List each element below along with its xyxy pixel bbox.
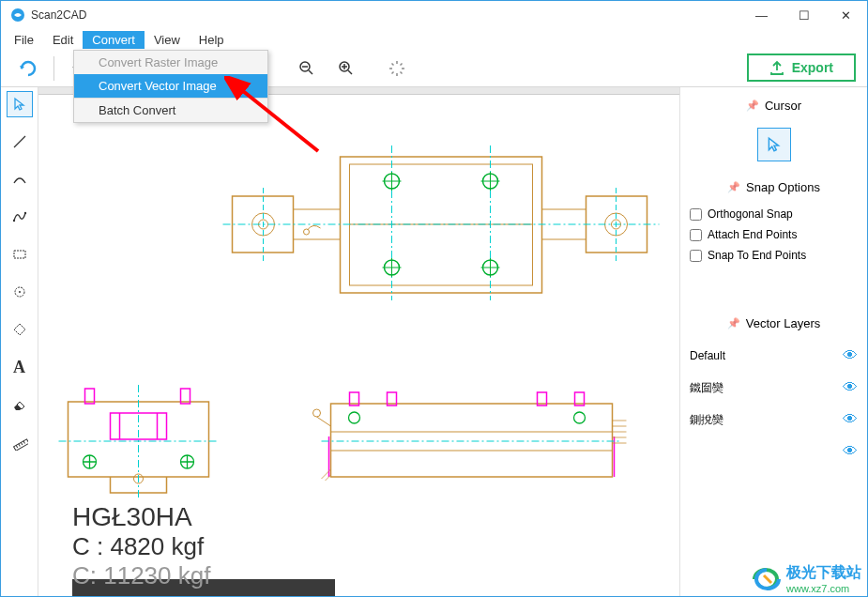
snap-attach-end[interactable]: Attach End Points [690, 224, 858, 245]
drawing-text: HGŁ30HA C : 4820 kgf C: 11230 kgf [72, 502, 210, 590]
svg-line-5 [348, 70, 352, 74]
tool-palette: A [1, 87, 38, 596]
arc-tool[interactable] [7, 166, 33, 192]
part-number: HGŁ30HA [72, 502, 210, 532]
menu-file[interactable]: File [5, 31, 43, 49]
layer-name: 鐵囼奱 [690, 380, 723, 396]
svg-line-2 [309, 70, 312, 74]
pin-icon: 📌 [727, 181, 740, 193]
svg-point-18 [12, 220, 14, 222]
svg-point-56 [304, 229, 310, 235]
svg-line-15 [401, 63, 403, 65]
svg-line-70 [326, 475, 331, 481]
zoom-out-icon[interactable] [291, 53, 323, 84]
convert-dropdown: Convert Raster Image Convert Vector Imag… [73, 50, 268, 123]
menu-view[interactable]: View [145, 31, 190, 49]
export-icon [769, 60, 784, 75]
watermark: 极光下载站 www.xz7.com [751, 563, 861, 594]
svg-point-22 [19, 291, 21, 293]
eye-icon[interactable]: 👁 [843, 347, 858, 364]
right-panel: 📌 Cursor 📌 Snap Options Orthogonal Snap … [679, 87, 867, 596]
zoom-in-icon[interactable] [330, 53, 362, 84]
layer-row[interactable]: 鍘挩奱👁 [690, 404, 858, 436]
watermark-name: 极光下载站 [786, 563, 861, 583]
svg-line-14 [392, 71, 394, 73]
close-button[interactable]: ✕ [825, 1, 867, 29]
rectangle-tool[interactable] [7, 241, 33, 268]
svg-line-27 [23, 441, 24, 444]
export-label: Export [792, 60, 833, 75]
menu-help[interactable]: Help [190, 31, 234, 49]
svg-point-76 [313, 409, 321, 417]
circle-tool[interactable] [7, 279, 33, 305]
maximize-button[interactable]: ☐ [783, 1, 825, 29]
snap-orthogonal[interactable]: Orthogonal Snap [690, 204, 858, 224]
snap-section-title: 📌 Snap Options [690, 176, 858, 204]
cursor-section-title: 📌 Cursor [690, 95, 858, 122]
canvas[interactable]: HGŁ30HA C : 4820 kgf C: 11230 kgf [38, 87, 679, 596]
layer-name: Default [690, 349, 725, 362]
menu-edit[interactable]: Edit [43, 31, 83, 49]
bezier-tool[interactable] [7, 204, 33, 230]
refresh-icon[interactable] [12, 53, 44, 84]
dropdown-convert-vector[interactable]: Convert Vector Image [74, 74, 267, 98]
svg-line-77 [317, 417, 331, 426]
minimize-button[interactable]: — [740, 1, 783, 29]
load-c1: C : 4820 kgf [72, 532, 210, 561]
line-tool[interactable] [7, 129, 33, 155]
svg-point-19 [23, 212, 25, 214]
svg-line-12 [392, 63, 394, 65]
load-c2: C: 11230 kgf [72, 561, 210, 590]
layer-row[interactable]: 👁 [690, 436, 858, 467]
eye-icon[interactable]: 👁 [843, 411, 858, 428]
svg-line-17 [14, 136, 25, 147]
menu-convert[interactable]: Convert [83, 31, 145, 49]
app-icon [10, 8, 25, 23]
svg-point-67 [574, 412, 586, 423]
cursor-display[interactable] [757, 128, 791, 161]
pin-icon: 📌 [727, 317, 740, 329]
snap-to-end[interactable]: Snap To End Points [690, 245, 858, 266]
svg-rect-23 [13, 439, 27, 451]
watermark-logo-icon [751, 566, 783, 592]
svg-point-66 [349, 412, 360, 423]
watermark-url: www.xz7.com [786, 583, 861, 594]
dropdown-batch-convert[interactable]: Batch Convert [74, 99, 267, 122]
layer-name: 鍘挩奱 [690, 412, 723, 428]
eraser-tool[interactable] [7, 391, 33, 418]
svg-line-13 [401, 71, 403, 73]
titlebar: Scan2CAD — ☐ ✕ [1, 1, 867, 29]
export-button[interactable]: Export [747, 54, 856, 82]
loading-icon [381, 53, 413, 84]
pin-icon: 📌 [746, 100, 759, 112]
svg-line-24 [16, 445, 18, 448]
snap-attach-end-checkbox[interactable] [690, 229, 702, 241]
svg-line-25 [18, 444, 20, 447]
layer-row[interactable]: 鐵囼奱👁 [690, 372, 858, 404]
svg-line-26 [21, 442, 23, 445]
layers-section-title: 📌 Vector Layers [690, 313, 858, 340]
pointer-tool[interactable] [7, 91, 33, 117]
layer-row[interactable]: Default👁 [690, 340, 858, 372]
eye-icon[interactable]: 👁 [843, 379, 858, 396]
snap-orthogonal-checkbox[interactable] [690, 208, 702, 221]
svg-rect-20 [14, 251, 25, 258]
eye-icon[interactable]: 👁 [843, 443, 858, 460]
app-title: Scan2CAD [31, 8, 86, 22]
snap-to-end-checkbox[interactable] [690, 250, 702, 262]
menubar: File Edit Convert View Help [1, 29, 867, 50]
text-tool[interactable]: A [7, 354, 33, 380]
dropdown-convert-raster[interactable]: Convert Raster Image [74, 51, 267, 74]
ruler-tool[interactable] [7, 429, 33, 455]
svg-rect-57 [331, 404, 613, 477]
polygon-tool[interactable] [7, 316, 33, 343]
